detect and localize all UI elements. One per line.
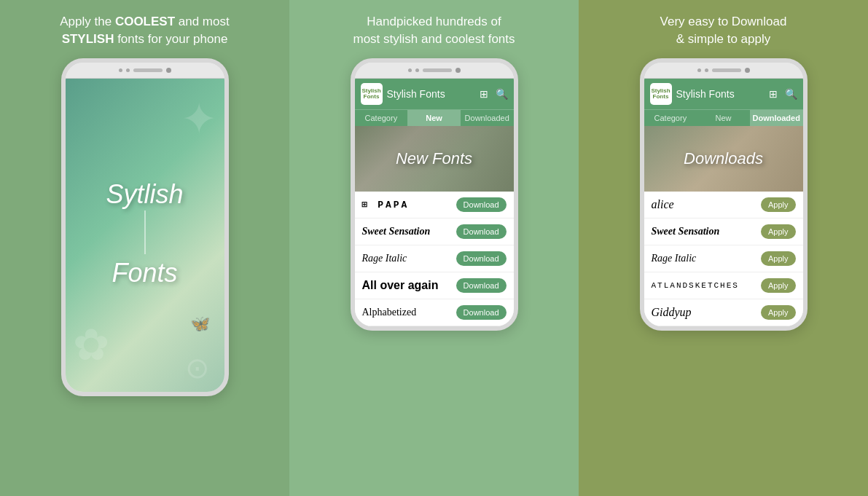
download-button-alpha[interactable]: Download: [456, 305, 507, 320]
phone-speaker: [423, 68, 452, 72]
font-item-sweet: Sweet Sensation Download: [355, 219, 514, 245]
apply-button-rage[interactable]: Apply: [761, 251, 796, 266]
panel-downloads: Very easy to Download& simple to apply S…: [579, 0, 868, 496]
panel-splash: Apply the COOLEST and mostSTYLISH fonts …: [0, 0, 289, 496]
splash-title: Sytlish Fonts: [106, 181, 183, 288]
tab-new-3[interactable]: New: [697, 110, 750, 126]
phone-top-bar-2: [355, 63, 514, 79]
tab-category-2[interactable]: Category: [355, 110, 408, 126]
phone-3: StylishFonts Stylish Fonts ⊞ 🔍 Category …: [640, 58, 808, 331]
phone-1: ✦ ✿ ⊙ 🦋 Sytlish Fonts: [61, 58, 229, 396]
deco-circle-1: ✦: [181, 93, 217, 144]
phone-dot: [415, 68, 419, 72]
download-button-allover[interactable]: Download: [456, 278, 507, 293]
app-tabs-2: Category New Downloaded: [355, 109, 514, 126]
tab-downloaded-2[interactable]: Downloaded: [461, 110, 514, 126]
app-screen-2: StylishFonts Stylish Fonts ⊞ 🔍 Category …: [355, 79, 514, 326]
apply-button-alice[interactable]: Apply: [761, 197, 796, 212]
phone-camera: [745, 68, 750, 73]
phone-dot: [119, 68, 122, 72]
font-name-atlas-label: ATLANDSKETCHES: [652, 281, 761, 290]
download-button-papa[interactable]: Download: [456, 197, 507, 212]
tab-category-3[interactable]: Category: [644, 110, 697, 126]
font-name-papa: ⊞ PAPA: [362, 199, 456, 210]
phone-dot: [408, 68, 412, 72]
splash-title-line1: Sytlish: [106, 181, 183, 208]
font-name-alice-label: alice: [652, 198, 761, 211]
window-icon-3[interactable]: ⊞: [769, 88, 778, 100]
app-title-3: Stylish Fonts: [676, 88, 762, 100]
app-logo-3: StylishFonts: [650, 83, 672, 105]
font-item-atlas: ATLANDSKETCHES Apply: [644, 272, 803, 299]
phone-2: StylishFonts Stylish Fonts ⊞ 🔍 Category …: [351, 58, 518, 331]
font-item-allover: All over again Download: [355, 272, 514, 299]
apply-button-atlas[interactable]: Apply: [761, 278, 796, 293]
apply-button-giddy[interactable]: Apply: [761, 305, 796, 320]
window-icon[interactable]: ⊞: [480, 88, 488, 100]
banner-new-fonts: New Fonts: [355, 126, 514, 192]
download-button-rage[interactable]: Download: [456, 251, 507, 266]
phone-dot: [697, 68, 701, 72]
font-item-alice: alice Apply: [644, 192, 803, 219]
font-name-all-over: All over again: [362, 279, 456, 292]
app-header-2: StylishFonts Stylish Fonts ⊞ 🔍: [355, 79, 514, 109]
splash-title-line2: Fonts: [106, 257, 183, 288]
splash-screen: ✦ ✿ ⊙ 🦋 Sytlish Fonts: [66, 79, 224, 392]
panel-2-tagline: Handpicked hundreds ofmost stylish and c…: [353, 13, 515, 48]
download-button-sweet[interactable]: Download: [456, 224, 507, 239]
font-item-rage: Rage Italic Download: [355, 245, 514, 272]
app-tabs-3: Category New Downloaded: [644, 109, 803, 126]
font-item-rage-dl: Rage Italic Apply: [644, 245, 803, 272]
phone-dot: [705, 68, 708, 72]
font-name-rage-italic: Rage Italic: [362, 253, 456, 264]
app-header-3: StylishFonts Stylish Fonts ⊞ 🔍: [644, 79, 803, 109]
phone-speaker: [133, 68, 163, 72]
phone-camera: [166, 68, 171, 73]
panel-1-tagline: Apply the COOLEST and mostSTYLISH fonts …: [60, 13, 229, 48]
tab-downloaded-3[interactable]: Downloaded: [750, 110, 803, 126]
butterfly-icon: 🦋: [190, 315, 210, 334]
banner-downloads: Downloads: [644, 126, 803, 192]
font-item-giddy: Giddyup Apply: [644, 299, 803, 326]
phone-top-bar: [66, 63, 224, 79]
app-logo-2: StylishFonts: [361, 83, 383, 105]
apply-button-sweet[interactable]: Apply: [761, 224, 796, 239]
phone-camera: [455, 68, 461, 73]
phone-top-bar-3: [644, 63, 803, 79]
app-title-2: Stylish Fonts: [387, 88, 472, 100]
font-name-giddy-label: Giddyup: [652, 306, 761, 319]
font-name-sweet-dl: Sweet Sensation: [652, 226, 761, 237]
search-icon-3[interactable]: 🔍: [785, 88, 797, 100]
app-screen-3: StylishFonts Stylish Fonts ⊞ 🔍 Category …: [644, 79, 803, 326]
font-item-sweet-dl: Sweet Sensation Apply: [644, 219, 803, 245]
panel-3-tagline: Very easy to Download& simple to apply: [660, 13, 787, 48]
font-name-rage-dl: Rage Italic: [652, 253, 761, 264]
tab-new-2[interactable]: New: [407, 110, 461, 126]
font-item-alpha: Alphabetized Download: [355, 299, 514, 326]
phone-speaker: [712, 68, 741, 72]
font-item-papa: ⊞ PAPA Download: [355, 192, 514, 219]
deco-circle-3: ⊙: [185, 351, 210, 385]
font-name-alphabetized: Alphabetized: [362, 307, 456, 318]
font-name-sweet-sensation: Sweet Sensation: [362, 226, 456, 237]
panel-new-fonts: Handpicked hundreds ofmost stylish and c…: [289, 0, 579, 496]
phone-dot: [126, 68, 130, 72]
search-icon[interactable]: 🔍: [496, 88, 508, 100]
deco-circle-2: ✿: [73, 319, 109, 370]
banner-title: New Fonts: [396, 149, 472, 168]
banner-title-3: Downloads: [684, 149, 763, 168]
